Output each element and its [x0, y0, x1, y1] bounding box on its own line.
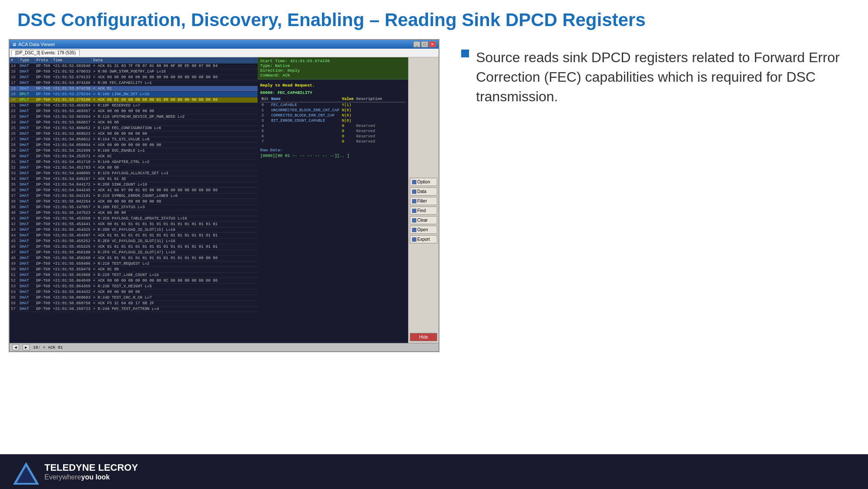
active-tab[interactable]: [DP_DSC_3] Events: 178 (535): [11, 50, 80, 56]
table-row[interactable]: 23 DHAT DP-T60 +21:01:53.665954 > R:118 …: [10, 114, 258, 120]
cell-proto: DP-T60: [35, 182, 51, 188]
side-buttons: OptionDataFilterFindClearOpenExport Hide: [408, 57, 439, 343]
table-row[interactable]: 25 DHAT DP-T60 +21:01:53.860452 > R:120 …: [10, 126, 258, 131]
table-row[interactable]: 36 DHAT DP-T60 +21:01:54.844245 < ACK 41…: [10, 188, 258, 193]
table-row[interactable]: 27 DHAT DP-T60 +21:01:54.056812 > R:154 …: [10, 137, 258, 143]
cell-num: 46: [10, 244, 18, 250]
table-row[interactable]: 38 DHAT DP-T60 +21:01:55.042264 < ACK 00…: [10, 199, 258, 205]
hide-button[interactable]: Hide: [410, 333, 437, 341]
cell-type: DPLT: [18, 92, 35, 97]
table-row[interactable]: 46 DHAT DP-T60 +21:01:55.455325 < ACK 01…: [10, 244, 258, 250]
cell-time: +21:01:55.863968: [51, 273, 91, 278]
table-row[interactable]: 17 DHAT DP-T60 +21:01:53.074166 > R:90 F…: [10, 80, 258, 86]
maximize-button[interactable]: □: [421, 41, 428, 47]
cell-data: < ACK 01 01 01 01 01 01 01 01 01 01 01 0…: [92, 244, 258, 250]
cell-data: > R:154 TX_GTC_VALUE L=8: [92, 137, 258, 143]
table-row[interactable]: 52 DHAT DP-T60 +21:01:55.864040 < ACK 00…: [10, 278, 258, 284]
register-row: 1 UNCORRECTED_BLOCK_ERR_CNT_CAP N(0): [260, 108, 406, 113]
cell-proto: DP-T60: [35, 199, 51, 205]
table-row[interactable]: 32 DHAT DP-T60 +21:01:54.451783 < ACK 00…: [10, 165, 258, 171]
table-row[interactable]: 21 DHAT DP-T60 +21:01:53.469284 > R:10F …: [10, 103, 258, 109]
table-row[interactable]: 56 DHAT DP-T60 +21:01:56.060756 < ACK F5…: [10, 301, 258, 306]
table-row[interactable]: 48 DHAT DP-T60 +21:01:55.456260 < ACK 01…: [10, 256, 258, 261]
cell-type: DHAT: [18, 154, 35, 160]
cell-type: DHAT: [18, 103, 35, 109]
table-row[interactable]: 45 DHAT DP-T60 +21:01:55.455252 > R:2E0 …: [10, 239, 258, 244]
cell-data: < ACK 00 00 00 00 00 00 00 00: [92, 143, 258, 148]
register-title: 00090: FEC_CAPABILITY: [260, 90, 406, 95]
table-row[interactable]: 35 DHAT DP-T60 +21:01:54.844172 > R:200 …: [10, 182, 258, 188]
table-row[interactable]: 28 DHAT DP-T60 +21:01:54.056884 < ACK 00…: [10, 143, 258, 148]
cell-time: +21:01:54.056812: [51, 137, 91, 143]
table-row[interactable]: 57 DHAT DP-T60 +21:01:56.266723 > R:248 …: [10, 306, 258, 312]
filter-button[interactable]: Filter: [410, 197, 437, 205]
table-row[interactable]: 39 DHAT DP-T60 +21:01:55.247057 > R:280 …: [10, 205, 258, 210]
table-row[interactable]: 26 DHAT DP-T60 +21:01:53.860523 < ACK 00…: [10, 131, 258, 137]
table-row[interactable]: 41 DHAT DP-T60 +21:01:55.453368 > R:2C0 …: [10, 216, 258, 222]
detail-content: Reply to Read Request. 00090: FEC_CAPABI…: [258, 80, 408, 343]
bullet-item-1: Source reads sink DPCD registers related…: [461, 48, 846, 106]
table-row[interactable]: 20 DPLT DP-T60 +21:01:53.279100 < ACK 06…: [10, 97, 258, 103]
table-row[interactable]: 18 DHAT DP-T60 +21:01:53.074238 < ACK 01: [10, 86, 258, 92]
close-button[interactable]: ✕: [429, 41, 436, 47]
table-row[interactable]: 34 DHAT DP-T60 +21:01:54.648167 < ACK 01…: [10, 176, 258, 182]
table-row[interactable]: 16 DHAT DP-T60 +21:01:52.679133 < ACK 00…: [10, 75, 258, 80]
minimize-button[interactable]: _: [413, 41, 420, 47]
cell-type: DHAT: [18, 278, 35, 284]
cell-proto: DP-T60: [35, 278, 51, 284]
event-list[interactable]: # Type Proto Time Data 14 DHAT DP-T60 +2…: [10, 57, 258, 343]
nav-prev-button[interactable]: ◀: [12, 344, 19, 350]
cell-time: +21:01:53.665954: [51, 114, 91, 120]
table-row[interactable]: 44 DHAT DP-T60 +21:01:55.454397 < ACK 01…: [10, 233, 258, 239]
table-row[interactable]: 19 DPLT DP-T60 +21:01:53.270234 > R:100 …: [10, 92, 258, 97]
option-button[interactable]: Option: [410, 178, 437, 186]
cell-time: +21:01:55.454397: [51, 233, 91, 239]
table-row[interactable]: 22 DHAT DP-T60 +21:01:53.469357 < ACK 00…: [10, 109, 258, 114]
table-row[interactable]: 40 DHAT DP-T60 +21:01:55.247523 < ACK 00…: [10, 210, 258, 216]
nav-next-button[interactable]: ▶: [23, 344, 30, 350]
table-row[interactable]: 24 DHAT DP-T60 +21:01:53.666027 < ACK 06…: [10, 120, 258, 126]
table-row[interactable]: 42 DHAT DP-T60 +21:01:55.453441 < ACK 00…: [10, 222, 258, 227]
table-row[interactable]: 29 DHAT DP-T60 +21:01:54.252499 > R:160 …: [10, 148, 258, 154]
table-row[interactable]: 31 DHAT DP-T60 +21:01:54.451710 > R:1A0 …: [10, 160, 258, 165]
table-row[interactable]: 30 DHAT DP-T60 +21:01:54.252571 < ACK 0C: [10, 154, 258, 160]
cell-num: 54: [10, 289, 18, 295]
col-header-type: Type: [18, 57, 35, 63]
cell-time: +21:01:55.247057: [51, 205, 91, 210]
open-button[interactable]: Open: [410, 226, 437, 234]
cell-time: +21:01:54.451783: [51, 165, 91, 171]
table-row[interactable]: 37 DHAT DP-T60 +21:01:55.042191 > R:210 …: [10, 193, 258, 199]
cell-time: +21:01:53.860523: [51, 131, 91, 137]
status-text: 18: < ACK 01: [33, 345, 63, 350]
table-row[interactable]: 47 DHAT DP-T60 +21:01:55.456188 > R:2F0 …: [10, 250, 258, 256]
cell-type: DHAT: [18, 256, 35, 261]
cell-type: DHAT: [18, 227, 35, 233]
table-row[interactable]: 33 DHAT DP-T60 +21:01:54.648095 > R:1C0 …: [10, 171, 258, 176]
cell-proto: DP-T60: [35, 284, 51, 289]
table-row[interactable]: 53 DHAT DP-T60 +21:01:55.864359 > R:23D …: [10, 284, 258, 289]
cell-time: +21:01:55.864359: [51, 284, 91, 289]
table-row[interactable]: 51 DHAT DP-T60 +21:01:55.863968 > R:220 …: [10, 273, 258, 278]
table-row[interactable]: 43 DHAT DP-T60 +21:01:55.454325 > R:2D0 …: [10, 227, 258, 233]
table-row[interactable]: 14 DHAT DP-T60 +21:01:52.682040 < ACK 01…: [10, 63, 258, 69]
table-row[interactable]: 54 DHAT DP-T60 +21:01:55.664432 < ACK 00…: [10, 289, 258, 295]
find-button[interactable]: Find: [410, 206, 437, 215]
table-row[interactable]: 50 DHAT DP-T60 +21:01:55.659479 < ACK 0C…: [10, 267, 258, 273]
raw-data: [0000][00 01 -- -- -- -- -- --][.. ]: [260, 153, 406, 158]
register-row: 4 0 Reserved: [260, 123, 406, 129]
table-row[interactable]: 55 DHAT DP-T60 +21:01:56.060683 > R:24D …: [10, 295, 258, 301]
cell-data: < ACK F5 1C 64 6D 17 6B 2F: [92, 301, 258, 306]
table-row[interactable]: 49 DHAT DP-T60 +21:01:55.659406 > R:218 …: [10, 261, 258, 267]
cell-type: DHAT: [18, 114, 35, 120]
table-row[interactable]: 15 DHAT DP-T60 +21:01:52.678033 > R:80 D…: [10, 69, 258, 75]
cell-time: +21:01:55.455252: [51, 239, 91, 244]
cell-data: < ACK 0C: [92, 154, 258, 160]
cell-time: +21:01:52.678033: [51, 69, 91, 75]
data-button[interactable]: Data: [410, 187, 437, 196]
cell-proto: DP-T60: [35, 222, 51, 227]
cell-proto: DP-T60: [35, 256, 51, 261]
cell-time: +21:01:55.456260: [51, 256, 91, 261]
clear-button[interactable]: Clear: [410, 216, 437, 224]
export-button[interactable]: Export: [410, 235, 437, 243]
cell-type: DHAT: [18, 80, 35, 86]
